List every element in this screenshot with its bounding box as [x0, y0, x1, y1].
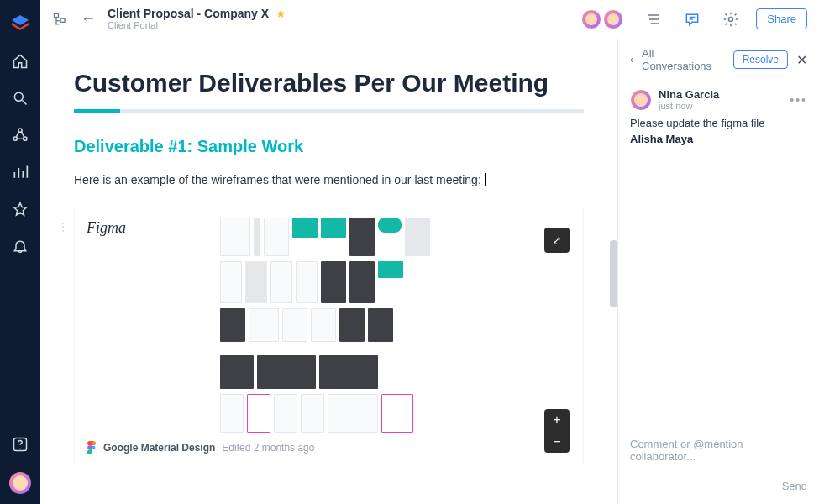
comment-composer[interactable]: Comment or @mention collaborator... Send — [618, 429, 819, 504]
bell-icon[interactable] — [11, 237, 29, 255]
figma-logo-icon — [87, 441, 97, 454]
more-icon[interactable]: ••• — [790, 93, 807, 107]
main-area: ← Client Proposal - Company X ★ Client P… — [40, 0, 819, 504]
zoom-in-icon[interactable]: + — [544, 409, 570, 431]
svg-point-7 — [729, 17, 733, 21]
svg-point-2 — [13, 137, 17, 140]
expand-icon[interactable]: ⤢ — [544, 228, 570, 253]
heading-underline — [74, 109, 584, 113]
close-icon[interactable]: ✕ — [796, 52, 807, 68]
comment-time: just now — [659, 101, 783, 111]
comments-sidebar: ‹ All Conversations Resolve ✕ Nina Garci… — [617, 39, 819, 504]
figma-thumbnail-grid — [220, 218, 438, 433]
presence-avatars[interactable] — [581, 9, 623, 29]
profile-avatar[interactable] — [9, 472, 31, 494]
top-bar: ← Client Proposal - Company X ★ Client P… — [40, 0, 819, 39]
zoom-controls[interactable]: + − — [544, 409, 570, 453]
home-icon[interactable] — [11, 52, 29, 71]
back-to-conversations[interactable]: All Conversations — [642, 47, 725, 72]
left-nav — [0, 0, 40, 504]
app-logo[interactable] — [10, 13, 30, 34]
share-button[interactable]: Share — [756, 8, 807, 29]
figma-embed[interactable]: Figma ⤢ — [74, 207, 584, 465]
scrollbar[interactable] — [610, 240, 617, 307]
embed-footer: Google Material Design Edited 2 months a… — [87, 441, 571, 454]
settings-icon[interactable] — [722, 11, 739, 28]
comment-icon[interactable] — [684, 11, 701, 28]
comment-author: Nina Garcia — [659, 89, 783, 101]
avatar[interactable] — [581, 9, 601, 29]
document-body[interactable]: ⋮⋮ Customer Deliverables Per Our Meeting… — [40, 39, 617, 504]
back-button[interactable]: ← — [81, 10, 96, 28]
text-cursor — [481, 173, 486, 186]
analytics-icon[interactable] — [11, 163, 29, 181]
comment-body: Please update the figma file Alisha Maya — [630, 116, 807, 146]
heading-2[interactable]: Deliverable #1: Sample Work — [74, 137, 584, 156]
resolve-button[interactable]: Resolve — [733, 50, 788, 69]
doc-title-block[interactable]: Client Proposal - Company X ★ Client Por… — [108, 7, 286, 32]
starred-icon[interactable]: ★ — [276, 7, 286, 20]
mention[interactable]: Alisha Maya — [630, 133, 693, 145]
svg-rect-6 — [60, 18, 65, 22]
help-icon[interactable] — [11, 435, 29, 454]
svg-point-1 — [18, 129, 22, 132]
svg-point-0 — [14, 92, 23, 101]
svg-point-3 — [24, 137, 27, 140]
comment-item[interactable]: Nina Garcia just now ••• Please update t… — [618, 81, 819, 155]
chevron-left-icon[interactable]: ‹ — [630, 54, 633, 66]
send-button[interactable]: Send — [630, 480, 807, 492]
zoom-out-icon[interactable]: − — [544, 431, 570, 453]
svg-point-8 — [92, 446, 95, 449]
avatar[interactable] — [603, 9, 623, 29]
embed-file-name[interactable]: Google Material Design — [103, 442, 215, 454]
search-icon[interactable] — [11, 89, 29, 108]
doc-subtitle: Client Portal — [108, 20, 286, 31]
network-icon[interactable] — [11, 126, 29, 144]
paragraph[interactable]: Here is an example of the wireframes tha… — [74, 173, 584, 186]
star-icon[interactable] — [11, 200, 29, 218]
embed-edited-time: Edited 2 months ago — [222, 442, 314, 454]
avatar — [630, 89, 652, 111]
embed-provider-label: Figma — [87, 219, 126, 237]
outline-icon[interactable] — [52, 11, 69, 28]
compose-placeholder[interactable]: Comment or @mention collaborator... — [630, 438, 807, 463]
list-icon[interactable] — [645, 11, 662, 28]
svg-rect-5 — [55, 13, 59, 17]
doc-title: Client Proposal - Company X — [108, 7, 269, 20]
heading-1[interactable]: Customer Deliverables Per Our Meeting — [74, 69, 584, 97]
